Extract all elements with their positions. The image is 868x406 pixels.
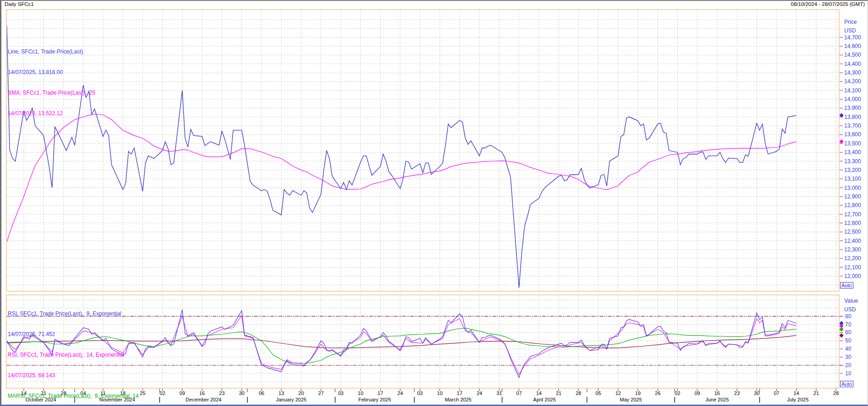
svg-text:13: 13 [279, 390, 284, 396]
svg-text:31: 31 [496, 390, 502, 396]
svg-text:13,100: 13,100 [844, 176, 861, 182]
svg-text:02: 02 [160, 390, 165, 396]
svg-text:January 2025: January 2025 [276, 397, 306, 402]
svg-text:05: 05 [595, 390, 601, 396]
main-legend-line-2: SMA, SFCc1, Trade Price(Last), 25 [8, 90, 95, 96]
svg-text:19: 19 [635, 390, 641, 396]
svg-text:12,600: 12,600 [844, 220, 861, 226]
svg-text:10: 10 [437, 390, 443, 396]
svg-text:24: 24 [477, 390, 482, 396]
indicator-legend: RSI, SFCc1, Trade Price(Last), 9, Expone… [8, 297, 142, 406]
value-auto-scale-button[interactable]: Auto [840, 381, 853, 387]
svg-text:14: 14 [793, 390, 799, 396]
svg-text:13,400: 13,400 [844, 149, 861, 155]
svg-text:80: 80 [845, 313, 852, 320]
svg-text:13,800: 13,800 [844, 114, 861, 120]
svg-text:06: 06 [259, 390, 264, 396]
svg-text:12,200: 12,200 [844, 255, 861, 262]
svg-text:13,600: 13,600 [844, 131, 861, 138]
svg-text:July 2025: July 2025 [787, 397, 809, 402]
svg-text:70: 70 [845, 321, 852, 328]
main-legend-line-0: Line, SFCc1, Trade Price(Last) [8, 48, 95, 55]
svg-text:12: 12 [615, 390, 621, 396]
svg-text:02: 02 [675, 390, 680, 396]
svg-text:16: 16 [714, 390, 720, 396]
svg-text:16: 16 [199, 390, 205, 396]
price-axis-caption: Price [844, 19, 857, 25]
svg-text:12,100: 12,100 [844, 264, 861, 271]
svg-text:60: 60 [845, 329, 852, 336]
svg-text:27: 27 [318, 390, 324, 396]
lower-legend-line-0: RSI, SFCc1, Trade Price(Last), 9, Expone… [8, 310, 142, 317]
svg-text:21: 21 [556, 390, 561, 396]
value-axis-unit: USD [844, 306, 856, 313]
sma-line [7, 114, 797, 242]
svg-text:May 2025: May 2025 [620, 397, 642, 402]
svg-text:13,200: 13,200 [844, 167, 861, 173]
svg-text:28: 28 [833, 390, 839, 396]
svg-text:03: 03 [417, 390, 423, 396]
lower-legend-line-2: RSI, SFCc1, Trade Price(Last), 14, Expon… [8, 352, 142, 358]
svg-text:14,500: 14,500 [844, 52, 861, 58]
svg-text:09: 09 [695, 390, 700, 396]
lower-legend-line-1: 14/07/2025, 71.452 [8, 331, 142, 338]
svg-text:12,500: 12,500 [844, 229, 861, 235]
svg-text:20: 20 [298, 390, 304, 396]
svg-text:14,600: 14,600 [844, 43, 861, 49]
svg-text:21: 21 [814, 390, 819, 396]
svg-text:30: 30 [845, 354, 852, 360]
svg-text:30: 30 [239, 390, 244, 396]
svg-text:12,800: 12,800 [844, 202, 861, 208]
svg-text:February 2025: February 2025 [359, 397, 391, 402]
svg-text:14,000: 14,000 [844, 96, 861, 102]
svg-text:13,500: 13,500 [844, 140, 861, 147]
svg-text:14,400: 14,400 [844, 61, 861, 67]
date-range-label: 08/10/2024 - 28/07/2025 (GMT) [791, 1, 865, 7]
main-legend-line-1: 14/07/2025, 13,818.00 [8, 69, 95, 76]
svg-text:12,000: 12,000 [844, 273, 861, 279]
svg-text:13,300: 13,300 [844, 158, 861, 165]
svg-text:14: 14 [536, 390, 541, 396]
value-axis-caption: Value [844, 298, 858, 304]
lower-legend-line-4: MARSI, SFCc1, Trade Price(Last), 9, Expo… [8, 393, 142, 400]
svg-text:14,200: 14,200 [844, 78, 861, 85]
chart-window: Daily SFCc1 08/10/2024 - 28/07/2025 (GMT… [0, 0, 868, 406]
svg-text:17: 17 [378, 390, 383, 396]
price-axis-unit: USD [844, 27, 856, 34]
svg-text:17: 17 [457, 390, 462, 396]
svg-text:13,900: 13,900 [844, 105, 861, 111]
svg-text:30: 30 [754, 390, 760, 396]
price-axis-labels: 14,70014,60014,50014,40014,30014,20014,1… [840, 34, 861, 279]
svg-text:07: 07 [516, 390, 522, 396]
svg-text:April 2025: April 2025 [533, 397, 556, 402]
svg-text:09: 09 [179, 390, 185, 396]
svg-text:40: 40 [845, 346, 852, 352]
svg-text:June 2025: June 2025 [705, 397, 729, 402]
svg-text:24: 24 [397, 390, 403, 396]
price-line [7, 26, 797, 288]
svg-text:14,700: 14,700 [844, 34, 861, 41]
svg-text:12,400: 12,400 [844, 238, 861, 244]
svg-text:28: 28 [576, 390, 581, 396]
svg-text:03: 03 [338, 390, 343, 396]
svg-text:23: 23 [734, 390, 739, 396]
chart-title: Daily SFCc1 [5, 1, 34, 7]
svg-text:10: 10 [845, 370, 852, 377]
svg-text:07: 07 [774, 390, 779, 396]
price-auto-scale-button[interactable]: Auto [840, 282, 853, 288]
value-marker-2 [840, 327, 844, 331]
svg-text:12,700: 12,700 [844, 211, 861, 218]
svg-text:10: 10 [358, 390, 363, 396]
svg-text:50: 50 [845, 337, 852, 344]
price-marker-1 [840, 139, 844, 144]
svg-text:26: 26 [655, 390, 660, 396]
svg-text:23: 23 [219, 390, 225, 396]
lower-legend-line-3: 14/07/2025, 68.143 [8, 372, 142, 379]
svg-text:March 2025: March 2025 [445, 397, 472, 402]
svg-text:20: 20 [845, 362, 852, 369]
svg-text:14,300: 14,300 [844, 69, 861, 76]
value-marker-3 [840, 333, 844, 338]
svg-text:13,000: 13,000 [844, 185, 861, 191]
svg-text:12,300: 12,300 [844, 246, 861, 253]
main-panel-border [6, 10, 839, 291]
